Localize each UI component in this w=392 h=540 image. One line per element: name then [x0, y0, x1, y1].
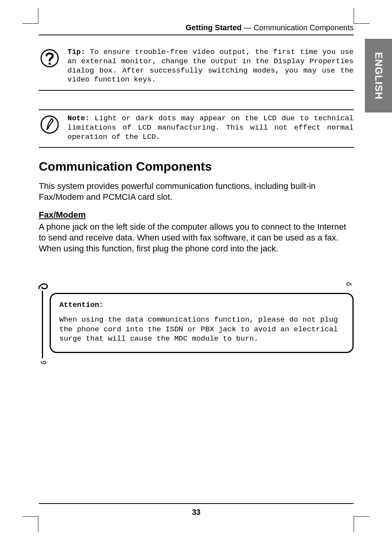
note-label: Note: — [67, 114, 90, 123]
attention-rail — [42, 291, 43, 358]
crop-mark-tr — [354, 8, 370, 24]
attention-label: Attention: — [59, 300, 344, 310]
header-topic: Communication Components — [254, 23, 354, 32]
language-tab: ENGLISH — [365, 39, 392, 112]
tip-callout: Tip: To ensure trouble-free video output… — [39, 44, 354, 91]
page-footer: 33 — [39, 503, 354, 517]
spiral-binding-icon — [38, 361, 50, 365]
running-header: Getting Started — Communication Componen… — [39, 23, 354, 35]
spiral-binding-icon — [38, 281, 50, 290]
section-heading: Communication Components — [39, 159, 354, 174]
crop-mark-tl — [22, 8, 38, 24]
note-body: Light or dark dots may appear on the LCD… — [67, 114, 354, 141]
note-callout: Note: Light or dark dots may appear on t… — [39, 109, 354, 148]
header-sep: — — [242, 23, 254, 32]
language-tab-label: ENGLISH — [373, 52, 385, 100]
spiral-binding-icon — [343, 281, 354, 286]
intro-paragraph: This system provides powerful communicat… — [39, 181, 354, 202]
note-text: Note: Light or dark dots may appear on t… — [67, 114, 354, 142]
tip-label: Tip: — [67, 48, 85, 56]
pen-circle-icon — [39, 115, 60, 134]
crop-mark-br — [354, 516, 370, 532]
svg-point-1 — [48, 62, 51, 65]
page-number: 33 — [192, 508, 200, 516]
attention-box: Attention: When using the data communica… — [50, 293, 354, 353]
subsection-heading: Fax/Modem — [39, 210, 354, 220]
subsection-paragraph: A phone jack on the left side of the com… — [39, 222, 354, 254]
tip-text: Tip: To ensure trouble-free video output… — [67, 48, 354, 85]
svg-point-2 — [41, 116, 58, 133]
page-content: Getting Started — Communication Componen… — [39, 23, 354, 376]
tip-body: To ensure trouble-free video output, the… — [67, 48, 354, 84]
header-section: Getting Started — [186, 23, 242, 32]
attention-callout: Attention: When using the data communica… — [39, 287, 354, 361]
attention-body: When using the data communications funct… — [59, 315, 338, 343]
question-mark-circle-icon — [39, 48, 60, 68]
crop-mark-bl — [22, 516, 38, 532]
